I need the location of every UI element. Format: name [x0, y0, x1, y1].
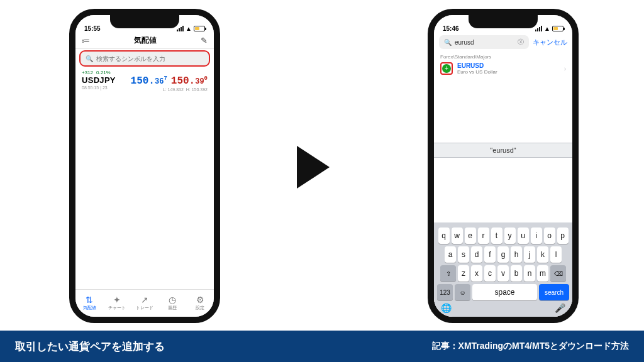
key-h[interactable]: h: [511, 246, 522, 263]
trade-icon: ↗: [141, 295, 148, 304]
key-shift[interactable]: ⇧: [440, 265, 456, 282]
key-o[interactable]: o: [544, 228, 555, 244]
keyboard: q w e r t y u i o p a s d f g h j k l: [434, 222, 572, 317]
change-pct: 0.21%: [96, 70, 111, 75]
key-p[interactable]: p: [557, 228, 569, 244]
footer-bar: 取引したい通貨ペアを追加する 記事：XMTradingのMT4/MT5とダウンロ…: [0, 331, 644, 362]
search-icon: 🔍: [444, 39, 452, 46]
key-b[interactable]: b: [511, 265, 522, 282]
notch: [110, 14, 179, 28]
signal-icon: [177, 26, 184, 31]
cancel-button[interactable]: キャンセル: [533, 38, 567, 47]
key-q[interactable]: q: [438, 228, 450, 244]
search-row: 🔍 ⓧ キャンセル: [434, 33, 572, 52]
search-result-row[interactable]: + EURUSD Euro vs US Dollar ›: [434, 60, 572, 77]
phone-right: 15:46 ▲ 🔍 ⓧ キャンセル Forex\Standard\Majors …: [428, 9, 579, 323]
battery-icon: [194, 26, 205, 31]
page-title: 気配値: [134, 35, 157, 46]
change-pips: +312: [82, 70, 93, 75]
chevron-right-icon: ›: [564, 65, 566, 72]
key-y[interactable]: y: [504, 228, 516, 244]
key-space[interactable]: space: [472, 284, 537, 300]
key-r[interactable]: r: [478, 228, 489, 244]
key-emoji[interactable]: ☺: [455, 284, 470, 300]
wifi-icon: ▲: [544, 25, 550, 32]
notch: [469, 14, 538, 28]
menu-icon[interactable]: ≔: [82, 36, 90, 45]
tab-chart[interactable]: ✦チャート: [103, 290, 131, 317]
search-field[interactable]: 🔍: [80, 52, 209, 65]
phone-left: 15:55 ▲ ≔ 気配値 ✎ 🔍 +312 0.21%: [69, 9, 220, 323]
high-label: H: 150.392: [186, 87, 208, 92]
key-123[interactable]: 123: [437, 284, 453, 300]
search-highlight: 🔍: [75, 49, 214, 68]
key-a[interactable]: a: [445, 246, 456, 263]
key-j[interactable]: j: [524, 246, 535, 263]
key-f[interactable]: f: [484, 246, 496, 263]
ask-price: 150.390: [171, 75, 208, 87]
key-x[interactable]: x: [471, 265, 482, 282]
clear-icon[interactable]: ⓧ: [518, 38, 524, 47]
key-d[interactable]: d: [471, 246, 482, 263]
key-row-3: ⇧ z x c v b n m ⌫: [436, 265, 570, 282]
symbol-name: USDJPY: [82, 75, 116, 85]
tab-history[interactable]: ◷履歴: [158, 290, 186, 317]
key-row-4: 123 ☺ space search: [436, 284, 570, 300]
key-backspace[interactable]: ⌫: [550, 265, 566, 282]
key-e[interactable]: e: [465, 228, 476, 244]
key-search[interactable]: search: [539, 284, 569, 300]
battery-icon: [552, 26, 564, 31]
breadcrumb: Forex\Standard\Majors: [434, 52, 572, 60]
search-input[interactable]: [455, 39, 514, 46]
add-icon[interactable]: +: [442, 64, 451, 73]
key-s[interactable]: s: [458, 246, 469, 263]
wifi-icon: ▲: [186, 25, 192, 32]
quotes-icon: ⇅: [86, 295, 93, 304]
add-highlight: +: [440, 62, 453, 75]
key-l[interactable]: l: [550, 246, 562, 263]
tab-trade[interactable]: ↗トレード: [131, 290, 158, 317]
key-w[interactable]: w: [452, 228, 463, 244]
search-icon: 🔍: [86, 55, 93, 62]
tab-quotes[interactable]: ⇅気配値: [75, 290, 103, 317]
key-row-1: q w e r t y u i o p: [436, 228, 570, 244]
key-u[interactable]: u: [518, 228, 529, 244]
globe-icon[interactable]: 🌐: [441, 303, 452, 313]
key-v[interactable]: v: [497, 265, 509, 282]
key-row-2: a s d f g h j k l: [436, 246, 570, 263]
bid-price: 150.367: [131, 75, 167, 87]
footer-title: 取引したい通貨ペアを追加する: [15, 339, 165, 354]
keyboard-suggestion[interactable]: "eurusd": [434, 143, 572, 158]
history-icon: ◷: [169, 295, 176, 304]
search-input[interactable]: [96, 55, 204, 62]
key-k[interactable]: k: [537, 246, 548, 263]
footer-article: 記事：XMTradingのMT4/MT5とダウンロード方法: [432, 341, 629, 352]
status-time: 15:55: [84, 25, 101, 32]
tab-settings[interactable]: ⚙設定: [186, 290, 214, 317]
key-n[interactable]: n: [524, 265, 535, 282]
result-name: EURUSD: [457, 62, 497, 69]
result-desc: Euro vs US Dollar: [457, 69, 497, 75]
quote-row[interactable]: +312 0.21% USDJPY 08:55:15 | 23 150.367 …: [75, 68, 214, 96]
signal-icon: [535, 26, 542, 31]
search-field[interactable]: 🔍 ⓧ: [439, 35, 529, 49]
arrow-icon: [297, 146, 330, 189]
mic-icon[interactable]: 🎤: [555, 303, 565, 313]
nav-bar: ≔ 気配値 ✎: [75, 33, 214, 49]
edit-icon[interactable]: ✎: [201, 36, 208, 45]
key-g[interactable]: g: [497, 246, 509, 263]
key-t[interactable]: t: [491, 228, 502, 244]
key-m[interactable]: m: [537, 265, 548, 282]
key-z[interactable]: z: [458, 265, 469, 282]
key-c[interactable]: c: [484, 265, 496, 282]
settings-icon: ⚙: [196, 295, 204, 304]
quote-time: 08:55:15 | 23: [82, 85, 116, 90]
low-label: L: 149.832: [163, 87, 184, 92]
chart-icon: ✦: [113, 295, 121, 304]
status-time: 15:46: [443, 25, 459, 32]
key-i[interactable]: i: [531, 228, 542, 244]
tab-bar: ⇅気配値 ✦チャート ↗トレード ◷履歴 ⚙設定: [75, 289, 214, 317]
